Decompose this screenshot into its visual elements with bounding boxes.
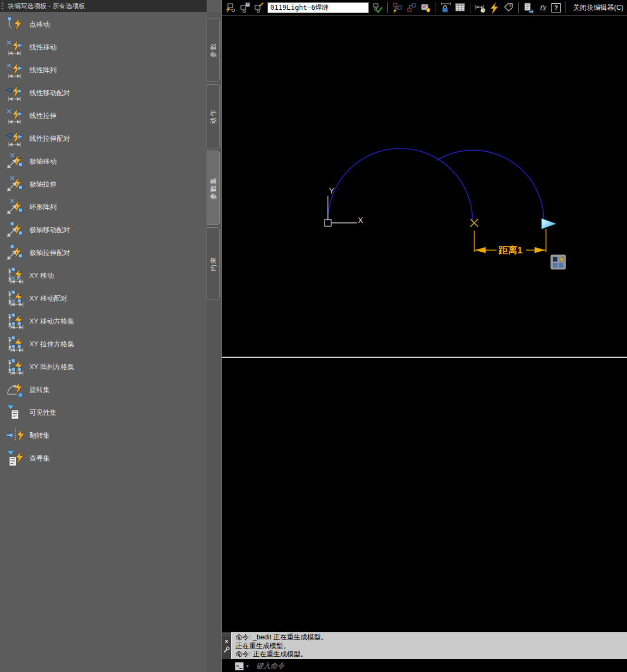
palette-item-xy-stretch-boxset[interactable]: XY 拉伸方格集 — [0, 333, 206, 356]
authoring-palettes-icon[interactable] — [392, 2, 403, 14]
highlight-lightbulb-icon[interactable] — [420, 2, 431, 14]
block-editor-toolbar: 0119Light-6焊缝 fx ? 关闭块编辑器(C) — [222, 0, 627, 16]
tab-constraints[interactable]: 约束 — [207, 227, 220, 300]
palette-item-linear-move[interactable]: 线性移动 — [0, 36, 206, 59]
palette-item-linear-stretch-pair[interactable]: 线性拉伸配对 — [0, 127, 206, 150]
attribute-tag-icon[interactable] — [503, 2, 514, 14]
dock-close-icon[interactable]: x — [222, 637, 231, 645]
palette-item-label: 旋转集 — [29, 385, 50, 395]
polar-array-icon — [7, 199, 24, 215]
command-input-placeholder[interactable]: 键入命令 — [256, 661, 284, 671]
lookup-set-icon — [7, 450, 24, 466]
palette-item-label: 可见性集 — [29, 408, 57, 418]
palette-item-linear-array[interactable]: 线性阵列 — [0, 59, 206, 82]
dock-drag-grip[interactable] — [223, 633, 230, 637]
tab-parameters[interactable]: 参数 — [207, 18, 220, 82]
linear-parameter-distance1[interactable]: 距离1 — [470, 219, 546, 256]
weld-arc-left[interactable] — [328, 148, 473, 221]
constraint-lock-icon[interactable] — [440, 2, 451, 14]
command-prompt-icon[interactable]: >_ — [235, 662, 244, 670]
palette-item-linear-move-pair[interactable]: 线性移动配对 — [0, 82, 206, 104]
palette-item-label: XY 移动配对 — [29, 294, 67, 303]
palette-item-xy-move[interactable]: XY 移动 — [0, 264, 206, 287]
palette-item-label: 线性移动 — [29, 43, 57, 52]
prompt-dropdown-icon[interactable]: ▼ — [245, 664, 250, 669]
palette-item-polar-stretch[interactable]: 极轴拉伸 — [0, 173, 206, 196]
rotation-set-icon — [7, 382, 24, 398]
command-history-line: 正在重生成模型。 — [235, 642, 627, 651]
weld-arc-right[interactable] — [437, 150, 544, 221]
flip-grip-arrow[interactable] — [542, 219, 556, 229]
palette-item-label: 极轴拉伸配对 — [29, 248, 70, 258]
palette-item-polar-move-pair[interactable]: 极轴移动配对 — [0, 219, 206, 241]
ucs-y-label: Y — [329, 186, 334, 195]
command-history-line: 命令: _bedit 正在重生成模型。 — [235, 633, 627, 642]
linear-move-icon — [7, 39, 24, 55]
visibility-states-icon[interactable] — [523, 2, 534, 14]
palette-item-point-move[interactable]: 点移动 — [0, 13, 206, 36]
polar-move-icon — [7, 153, 24, 170]
write-block-icon[interactable] — [253, 2, 264, 14]
drawing-area[interactable]: Y X 距离1 — [222, 0, 627, 672]
polar-stretch-icon — [7, 176, 24, 192]
palette-item-label: 点移动 — [29, 20, 50, 29]
command-input-row[interactable]: >_ ▼ 键入命令 — [231, 660, 627, 672]
help-icon[interactable]: ? — [551, 3, 561, 13]
block-authoring-palette: 块编写选项板 - 所有选项板 点移动 线性移动 线性阵列 线性移动配对 线性拉伸 — [0, 0, 221, 672]
action-indicator-chip[interactable] — [551, 255, 566, 269]
palette-item-visibility-set[interactable]: 可见性集 — [0, 401, 206, 424]
palette-item-label: 线性拉伸配对 — [29, 134, 70, 144]
parameter-basepoint-x-marker[interactable] — [470, 219, 478, 227]
save-block-icon[interactable] — [239, 2, 250, 14]
palette-drag-grip[interactable] — [1, 2, 4, 10]
xy-move-boxset-icon — [7, 313, 24, 329]
tab-actions[interactable]: 动作 — [207, 84, 220, 148]
dimension-label[interactable]: 距离1 — [498, 245, 522, 256]
ucs-icon: Y X — [325, 186, 363, 226]
command-history-line: 命令: 正在重生成模型。 — [235, 650, 627, 659]
close-block-editor-button[interactable]: 关闭块编辑器(C) — [570, 3, 626, 13]
palette-item-lookup-set[interactable]: 查寻集 — [0, 447, 206, 470]
linear-move-pair-icon — [7, 85, 24, 101]
parameter-dimension-icon[interactable] — [475, 2, 486, 14]
test-block-icon[interactable] — [372, 2, 383, 14]
viewport-divider-line — [222, 357, 627, 358]
palette-item-label: XY 拉伸方格集 — [29, 340, 74, 349]
point-move-icon — [7, 16, 24, 33]
palette-item-rotation-set[interactable]: 旋转集 — [0, 378, 206, 401]
palette-item-label: XY 移动方格集 — [29, 317, 74, 326]
tab-label: 动作 — [209, 109, 218, 124]
xy-move-icon — [7, 267, 24, 284]
tab-parameter-sets[interactable]: 参数集 — [207, 151, 220, 225]
palette-item-label: 极轴移动配对 — [29, 226, 70, 235]
block-editor-canvas[interactable]: Y X 距离1 — [221, 0, 627, 672]
palette-item-label: XY 移动 — [29, 271, 54, 281]
visibility-set-icon — [7, 405, 24, 421]
palette-item-polar-move[interactable]: 极轴移动 — [0, 150, 206, 173]
palette-item-label: 线性阵列 — [29, 66, 57, 75]
palette-item-xy-array-boxset[interactable]: XY 阵列方格集 — [0, 356, 206, 378]
palette-item-polar-stretch-pair[interactable]: 极轴拉伸配对 — [0, 241, 206, 264]
palette-item-polar-array[interactable]: 环形阵列 — [0, 196, 206, 219]
action-bolt-icon[interactable] — [489, 2, 500, 14]
block-table-icon[interactable] — [455, 2, 465, 14]
xy-array-boxset-icon — [7, 359, 24, 375]
palette-item-label: 极轴移动 — [29, 157, 57, 166]
palette-item-xy-move-boxset[interactable]: XY 移动方格集 — [0, 310, 206, 333]
fx-icon[interactable]: fx — [537, 4, 548, 12]
palette-item-label: 线性移动配对 — [29, 89, 70, 98]
dock-wrench-icon[interactable] — [223, 646, 230, 654]
toolbar-separator — [470, 2, 470, 13]
parameters-icon[interactable] — [406, 2, 417, 14]
edit-block-icon[interactable] — [225, 2, 236, 14]
block-name-field[interactable]: 0119Light-6焊缝 — [268, 2, 369, 13]
xy-stretch-boxset-icon — [7, 336, 24, 352]
xy-move-pair-icon — [7, 290, 24, 307]
dim-arrow-right — [535, 247, 545, 253]
flip-set-icon — [7, 427, 24, 444]
palette-item-flip-set[interactable]: 翻转集 — [0, 424, 206, 447]
tab-label: 参数 — [209, 42, 218, 58]
palette-item-xy-move-pair[interactable]: XY 移动配对 — [0, 287, 206, 310]
linear-stretch-pair-icon — [7, 130, 24, 147]
palette-item-linear-stretch[interactable]: 线性拉伸 — [0, 104, 206, 127]
